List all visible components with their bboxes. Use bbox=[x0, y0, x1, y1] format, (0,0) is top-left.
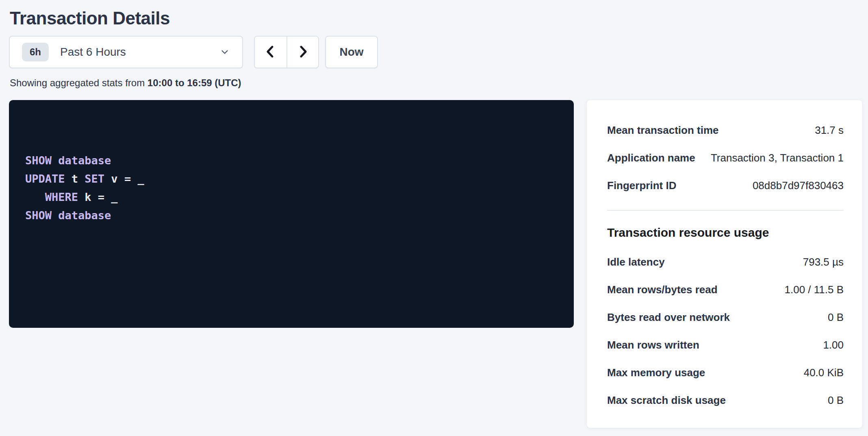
time-range-dropdown[interactable]: 6h Past 6 Hours bbox=[9, 36, 243, 68]
chevron-right-icon bbox=[295, 44, 310, 61]
sql-statement-box: SHOW databaseUPDATE t SET v = _ WHERE k … bbox=[9, 100, 574, 328]
row-value: 08d8b7d97f830463 bbox=[753, 179, 844, 192]
detail-row-max-scratch-disk-usage: Max scratch disk usage 0 B bbox=[607, 386, 844, 414]
row-value: 31.7 s bbox=[815, 124, 844, 137]
row-label: Max memory usage bbox=[607, 366, 705, 379]
summary-section: Mean transaction time 31.7 s Application… bbox=[607, 116, 844, 199]
stats-period-text: Showing aggregated stats from 10:00 to 1… bbox=[10, 77, 241, 89]
row-value: 0 B bbox=[828, 394, 844, 407]
chevron-down-icon bbox=[219, 47, 230, 57]
row-label: Mean rows/bytes read bbox=[607, 283, 718, 296]
row-label: Mean transaction time bbox=[607, 124, 719, 137]
detail-row-mean-transaction-time: Mean transaction time 31.7 s bbox=[607, 116, 844, 144]
chevron-left-icon bbox=[263, 44, 278, 61]
row-value: Transaction 3, Transaction 1 bbox=[711, 152, 844, 164]
row-label: Fingerprint ID bbox=[607, 179, 676, 192]
detail-row-mean-rows-bytes-read: Mean rows/bytes read 1.00 / 11.5 B bbox=[607, 276, 844, 303]
resource-section: Idle latency 793.5 µs Mean rows/bytes re… bbox=[607, 248, 844, 414]
card-divider bbox=[607, 210, 844, 211]
time-range-badge: 6h bbox=[22, 43, 49, 61]
resource-usage-heading: Transaction resource usage bbox=[607, 225, 844, 241]
row-value: 1.00 bbox=[823, 339, 844, 351]
row-label: Mean rows written bbox=[607, 339, 699, 351]
row-label: Max scratch disk usage bbox=[607, 394, 726, 407]
sql-statement-text: SHOW databaseUPDATE t SET v = _ WHERE k … bbox=[25, 151, 558, 225]
now-button[interactable]: Now bbox=[325, 36, 378, 68]
transaction-details-card: Mean transaction time 31.7 s Application… bbox=[586, 100, 863, 428]
detail-row-bytes-read-over-network: Bytes read over network 0 B bbox=[607, 303, 844, 331]
row-label: Idle latency bbox=[607, 256, 665, 268]
row-label: Bytes read over network bbox=[607, 311, 730, 324]
row-value: 793.5 µs bbox=[803, 256, 844, 268]
detail-row-application-name: Application name Transaction 3, Transact… bbox=[607, 144, 844, 172]
row-value: 1.00 / 11.5 B bbox=[784, 283, 844, 296]
time-range-label: Past 6 Hours bbox=[60, 46, 126, 59]
detail-row-fingerprint-id: Fingerprint ID 08d8b7d97f830463 bbox=[607, 172, 844, 199]
detail-row-idle-latency: Idle latency 793.5 µs bbox=[607, 248, 844, 276]
stats-period-range: 10:00 to 16:59 (UTC) bbox=[148, 77, 241, 88]
row-value: 40.0 KiB bbox=[804, 366, 844, 379]
prev-time-button[interactable] bbox=[255, 37, 286, 68]
detail-row-max-memory-usage: Max memory usage 40.0 KiB bbox=[607, 359, 844, 386]
stats-period-prefix: Showing aggregated stats from bbox=[10, 77, 148, 88]
next-time-button[interactable] bbox=[286, 37, 318, 68]
time-nav-group bbox=[254, 36, 319, 68]
page-title: Transaction Details bbox=[10, 8, 170, 28]
row-value: 0 B bbox=[828, 311, 844, 324]
row-label: Application name bbox=[607, 152, 695, 164]
detail-row-mean-rows-written: Mean rows written 1.00 bbox=[607, 331, 844, 359]
